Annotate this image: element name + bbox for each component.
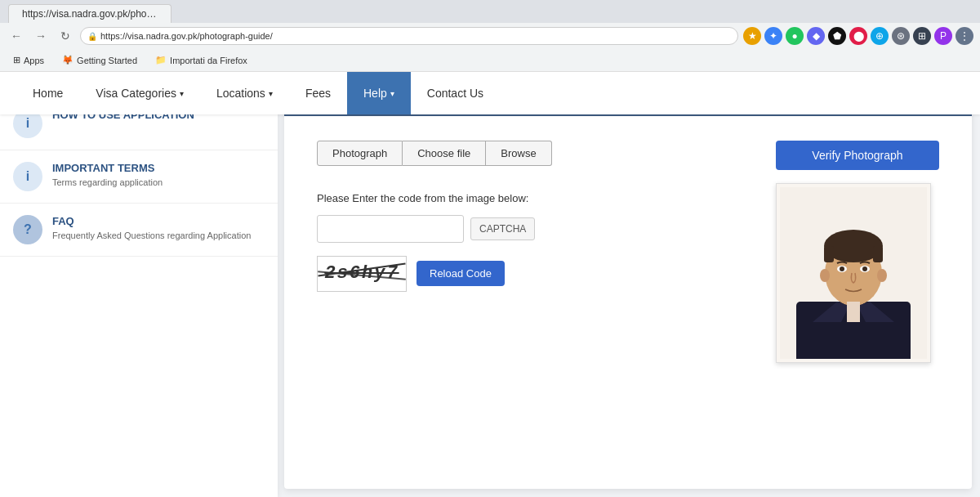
back-button[interactable]: ← <box>7 26 26 46</box>
sidebar-item-important-terms[interactable]: i IMPORTANT TERMS Terms regarding applic… <box>0 150 278 204</box>
extension-icon-1[interactable]: ★ <box>743 27 761 45</box>
profile-icon[interactable]: P <box>934 27 952 45</box>
captcha-input-row: CAPTCHA <box>317 215 743 243</box>
nav-fees[interactable]: Fees <box>289 72 347 114</box>
bookmarks-apps[interactable]: ⊞ Apps <box>8 53 49 67</box>
svg-rect-7 <box>873 246 883 262</box>
file-upload-row: Photograph Choose file Browse <box>317 141 743 166</box>
verify-photograph-button[interactable]: Verify Photograph <box>776 141 939 170</box>
svg-rect-6 <box>824 246 834 262</box>
main-content: Photograph Verification Photograph Choos… <box>284 78 972 489</box>
panel-left: Photograph Choose file Browse Please Ent… <box>317 141 743 363</box>
browser-chrome: https://visa.nadra.gov.pk/photograph-gui… <box>0 0 980 49</box>
svg-rect-16 <box>847 302 860 322</box>
panel-right: Verify Photograph <box>776 141 939 363</box>
sidebar-item-title-3: FAQ <box>52 215 251 227</box>
extension-icon-8[interactable]: ⊛ <box>892 27 910 45</box>
captcha-image-row: 2s6hy7 Reload Code <box>317 256 743 292</box>
extension-icon-5[interactable]: ⬟ <box>828 27 846 45</box>
page-content: Home Visa Categories ▾ Locations ▾ Fees … <box>0 72 980 497</box>
info-icon-2: i <box>13 162 42 191</box>
nav-items: Home Visa Categories ▾ Locations ▾ Fees … <box>16 72 964 114</box>
lock-icon: 🔒 <box>87 32 97 41</box>
svg-point-13 <box>862 266 867 271</box>
nav-visa-categories[interactable]: Visa Categories ▾ <box>79 72 200 114</box>
svg-point-8 <box>820 269 830 282</box>
extension-icon-2[interactable]: ✦ <box>764 27 782 45</box>
extension-icon-7[interactable]: ⊕ <box>871 27 889 45</box>
captcha-image: 2s6hy7 <box>317 256 407 292</box>
sidebar-item-desc-3: Frequently Asked Questions regarding App… <box>52 230 251 241</box>
captcha-instruction: Please Enter the code from the image bel… <box>317 190 743 207</box>
choose-file-button[interactable]: Choose file <box>403 141 486 166</box>
menu-icon[interactable]: ⋮ <box>956 27 973 45</box>
svg-point-9 <box>877 269 887 282</box>
chevron-down-icon: ▾ <box>180 89 184 98</box>
reload-button[interactable]: ↻ <box>56 26 75 46</box>
apps-icon: ⊞ <box>13 55 20 65</box>
sidebar: APPLICATION GUIDE i How to use applicati… <box>0 72 278 497</box>
nav-contact-us[interactable]: Contact Us <box>411 72 500 114</box>
sidebar-item-desc-2: Terms regarding application <box>52 177 163 188</box>
captcha-label-box: CAPTCHA <box>470 217 535 240</box>
person-image <box>780 187 927 359</box>
extension-icon-9[interactable]: ⊞ <box>913 27 931 45</box>
nav-bar: Home Visa Categories ▾ Locations ▾ Fees … <box>0 72 980 114</box>
folder-icon: 📁 <box>155 55 167 65</box>
address-bar[interactable]: 🔒 https://visa.nadra.gov.pk/photograph-g… <box>80 27 738 45</box>
browser-tabs: https://visa.nadra.gov.pk/photograph-gui… <box>0 0 980 23</box>
chevron-down-icon-2: ▾ <box>269 89 273 98</box>
bookmarks-getting-started[interactable]: 🦊 Getting Started <box>57 53 142 67</box>
browser-icons: ★ ✦ ● ◆ ⬟ ⬤ ⊕ ⊛ ⊞ P ⋮ <box>743 27 973 45</box>
bookmarks-imported[interactable]: 📁 Importati da Firefox <box>150 53 252 67</box>
captcha-input[interactable] <box>317 215 464 243</box>
nav-help[interactable]: Help ▾ <box>347 72 411 114</box>
sidebar-item-faq[interactable]: ? FAQ Frequently Asked Questions regardi… <box>0 204 278 257</box>
chevron-down-icon-3: ▾ <box>390 89 394 98</box>
faq-icon: ? <box>13 215 42 244</box>
nav-locations[interactable]: Locations ▾ <box>200 72 289 114</box>
photograph-button[interactable]: Photograph <box>317 141 403 166</box>
photo-preview <box>776 183 931 363</box>
firefox-icon: 🦊 <box>62 55 74 65</box>
nav-home[interactable]: Home <box>16 72 79 114</box>
browser-toolbar: ← → ↻ 🔒 https://visa.nadra.gov.pk/photog… <box>0 23 980 49</box>
browser-tab[interactable]: https://visa.nadra.gov.pk/photograph-gui… <box>8 4 172 23</box>
reload-code-button[interactable]: Reload Code <box>416 261 505 286</box>
bookmarks-bar: ⊞ Apps 🦊 Getting Started 📁 Importati da … <box>0 49 980 72</box>
extension-icon-4[interactable]: ◆ <box>807 27 825 45</box>
forward-button[interactable]: → <box>31 26 51 46</box>
svg-point-11 <box>840 266 844 271</box>
extension-icon-6[interactable]: ⬤ <box>849 27 867 45</box>
panel-body: Photograph Choose file Browse Please Ent… <box>284 116 972 387</box>
extension-icon-3[interactable]: ● <box>786 27 804 45</box>
sidebar-item-title-2: IMPORTANT TERMS <box>52 162 163 174</box>
browse-button[interactable]: Browse <box>486 141 551 166</box>
